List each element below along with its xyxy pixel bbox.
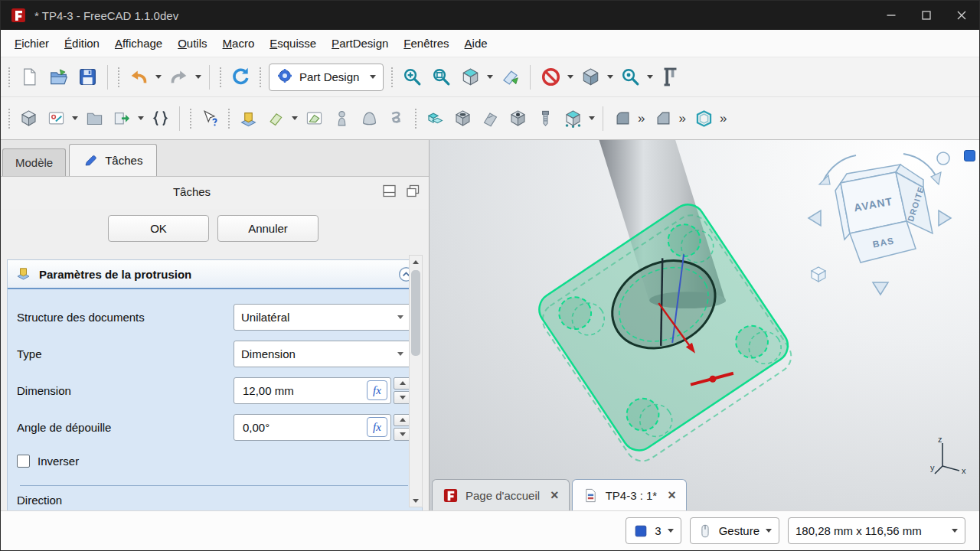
- open-file-button[interactable]: [44, 61, 73, 93]
- toolbar-drag-handle[interactable]: [190, 109, 191, 129]
- navigation-cube[interactable]: AVANT DROITE BAS: [801, 145, 958, 302]
- menu-item-fenetres[interactable]: Fenêtres: [396, 32, 456, 54]
- pocket-button[interactable]: [449, 103, 476, 135]
- toolbar-drag-handle[interactable]: [118, 67, 119, 87]
- taper-angle-input[interactable]: 0,00° fx: [234, 414, 391, 441]
- pad-preview-part[interactable]: [531, 198, 800, 468]
- measure-button[interactable]: [655, 61, 684, 93]
- tab-model[interactable]: Modèle: [2, 148, 66, 176]
- menu-item-partdesign[interactable]: PartDesign: [324, 32, 396, 54]
- pattern-dropdown-arrow[interactable]: [586, 103, 597, 135]
- create-body-button[interactable]: [15, 103, 42, 135]
- menu-item-affichage[interactable]: Affichage: [107, 32, 170, 54]
- additive-loft-button[interactable]: [355, 103, 383, 135]
- zoom-selection-button[interactable]: [616, 61, 645, 93]
- float-panel-icon[interactable]: [407, 184, 420, 197]
- iso-view-button[interactable]: [456, 61, 485, 93]
- maximize-button[interactable]: [909, 1, 944, 30]
- scrollbar-thumb[interactable]: [411, 270, 420, 356]
- status-combo-1[interactable]: Gesture: [690, 517, 779, 544]
- zoom-in-button[interactable]: [397, 61, 426, 93]
- minimize-button[interactable]: [874, 1, 909, 30]
- boolean-button[interactable]: [421, 103, 449, 135]
- length-input[interactable]: 12,00 mm fx: [234, 377, 391, 404]
- expression-fx-button[interactable]: fx: [367, 380, 387, 400]
- reversed-checkbox[interactable]: [17, 455, 30, 468]
- export-dropdown-arrow[interactable]: [136, 103, 146, 135]
- datum-button[interactable]: [262, 103, 289, 135]
- tab-tasks[interactable]: Tâches: [69, 144, 157, 176]
- menu-item-fichier[interactable]: Fichier: [7, 32, 57, 54]
- doc-tab[interactable]: Page d'accueil×: [432, 479, 570, 510]
- redo-dropdown-arrow[interactable]: [193, 61, 204, 93]
- new-file-button[interactable]: [15, 61, 44, 93]
- map-sketch-button[interactable]: [300, 103, 328, 135]
- cancel-button[interactable]: Annuler: [217, 215, 318, 242]
- menu-item-macro[interactable]: Macro: [215, 32, 263, 54]
- rotate-right-arrow[interactable]: [939, 210, 951, 226]
- thread-button[interactable]: [531, 103, 559, 135]
- stop-navigation-dropdown-arrow[interactable]: [565, 61, 576, 93]
- datum-dropdown-arrow[interactable]: [289, 103, 300, 135]
- toolbar-drag-handle[interactable]: [228, 109, 230, 129]
- rotate-left-arrow[interactable]: [808, 210, 821, 226]
- scroll-down-icon[interactable]: [410, 494, 422, 507]
- additive-helix-button[interactable]: [383, 103, 410, 135]
- doc-tab[interactable]: TP4-3 : 1*×: [572, 479, 687, 510]
- toolbar-overflow-button[interactable]: »: [718, 111, 731, 126]
- 3d-viewport[interactable]: AVANT DROITE BAS: [430, 140, 979, 510]
- iso-view-dropdown-arrow[interactable]: [485, 61, 495, 93]
- status-combo-2[interactable]: 180,28 mm x 116,56 mm: [788, 517, 965, 544]
- create-sketch-button[interactable]: [42, 103, 70, 135]
- refresh-button[interactable]: [226, 61, 255, 93]
- workbench-selector[interactable]: Part Design: [269, 64, 384, 91]
- save-button[interactable]: [73, 61, 102, 93]
- thickness-button[interactable]: [691, 103, 718, 135]
- whats-this-button[interactable]: [196, 103, 224, 135]
- menu-item-esquisse[interactable]: Esquisse: [262, 32, 324, 54]
- fillet-button[interactable]: [609, 103, 636, 135]
- section-plane-button[interactable]: [495, 61, 524, 93]
- toolbar-drag-handle[interactable]: [8, 109, 10, 129]
- close-tab-icon[interactable]: ×: [668, 487, 676, 504]
- axonometric-view-button[interactable]: [576, 61, 605, 93]
- pattern-button[interactable]: [559, 103, 586, 135]
- expression-braces-button[interactable]: [146, 103, 174, 135]
- undo-dropdown-arrow[interactable]: [153, 61, 164, 93]
- groove-button[interactable]: [476, 103, 504, 135]
- nav-mini-button[interactable]: [964, 150, 975, 161]
- group-folder-button[interactable]: [80, 103, 108, 135]
- toolbar-drag-handle[interactable]: [415, 109, 416, 129]
- close-button[interactable]: [944, 1, 979, 30]
- zoom-selection-dropdown-arrow[interactable]: [645, 61, 655, 93]
- toolbar-drag-handle[interactable]: [260, 67, 261, 87]
- menu-item-edition[interactable]: Édition: [57, 32, 107, 54]
- menu-item-outils[interactable]: Outils: [170, 32, 214, 54]
- expression-fx-button[interactable]: fx: [367, 417, 387, 437]
- zoom-all-button[interactable]: [426, 61, 456, 93]
- close-tab-icon[interactable]: ×: [550, 487, 559, 504]
- status-combo-0[interactable]: 3: [626, 517, 681, 544]
- pad-parameters-header[interactable]: Paramètres de la protrusion: [8, 260, 422, 289]
- toolbar-overflow-button[interactable]: »: [677, 111, 690, 126]
- additive-pipe-button[interactable]: [328, 103, 355, 135]
- toolbar-drag-handle[interactable]: [8, 67, 10, 87]
- menu-item-aide[interactable]: Aide: [457, 32, 495, 54]
- panel-scrollbar[interactable]: [409, 255, 423, 507]
- undo-button[interactable]: [124, 61, 153, 93]
- rotate-down-arrow[interactable]: [873, 282, 888, 295]
- type-select[interactable]: Dimension: [234, 341, 411, 367]
- axonometric-view-dropdown-arrow[interactable]: [605, 61, 616, 93]
- navcube-sphere-button[interactable]: [937, 152, 949, 165]
- export-button[interactable]: [108, 103, 136, 135]
- toolbar-overflow-button[interactable]: »: [636, 111, 649, 126]
- ok-button[interactable]: OK: [108, 215, 209, 242]
- toolbar-drag-handle[interactable]: [220, 67, 221, 87]
- scroll-up-icon[interactable]: [410, 256, 422, 268]
- dock-panel-icon[interactable]: [383, 184, 396, 197]
- stop-navigation-button[interactable]: [536, 61, 565, 93]
- create-sketch-dropdown-arrow[interactable]: [70, 103, 80, 135]
- pad-button[interactable]: [234, 103, 262, 135]
- redo-button[interactable]: [164, 61, 193, 93]
- navcube-home-cube[interactable]: [812, 267, 825, 282]
